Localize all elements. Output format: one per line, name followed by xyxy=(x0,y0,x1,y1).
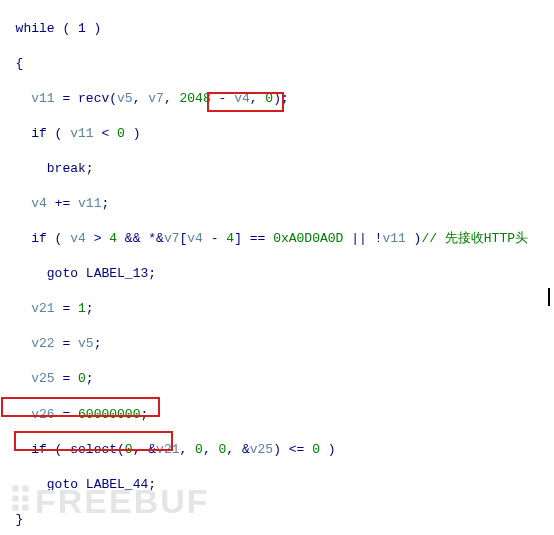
call-recv: recv xyxy=(78,91,109,106)
comment-recv-http-header: // 先接收HTTP头 xyxy=(421,231,528,246)
brace-close: } xyxy=(16,512,24,527)
keyword-break: break; xyxy=(47,161,94,176)
hex-constant: 0xA0D0A0D xyxy=(273,231,343,246)
var-v11: v11 xyxy=(31,91,54,106)
call-select: select xyxy=(70,442,117,457)
text-cursor xyxy=(548,288,550,306)
brace-open: { xyxy=(16,56,24,71)
keyword-while: while ( 1 ) xyxy=(16,21,102,36)
decompiled-code: while ( 1 ) { v11 = recv(v5, v7, 2048 - … xyxy=(0,0,554,535)
